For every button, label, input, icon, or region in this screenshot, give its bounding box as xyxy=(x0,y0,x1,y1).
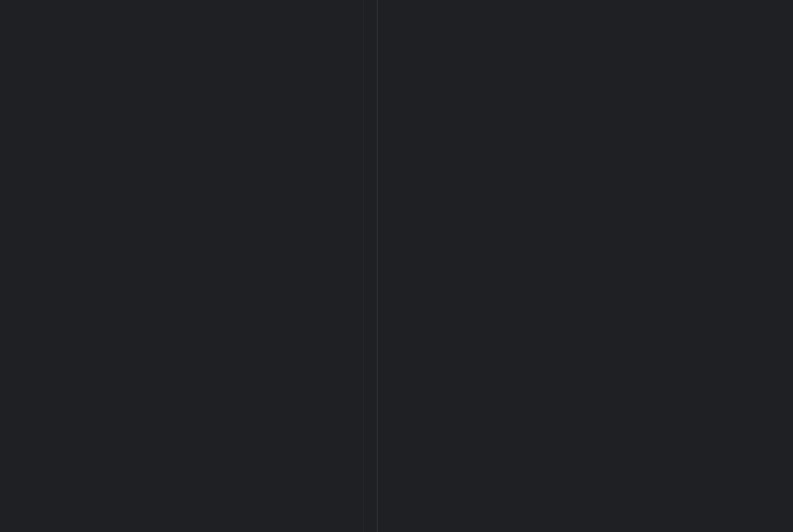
wrap-guide-line xyxy=(363,0,364,532)
ast-tree-pane[interactable] xyxy=(377,0,793,532)
pane-divider[interactable] xyxy=(377,0,378,532)
code-editor-pane[interactable] xyxy=(0,0,377,532)
